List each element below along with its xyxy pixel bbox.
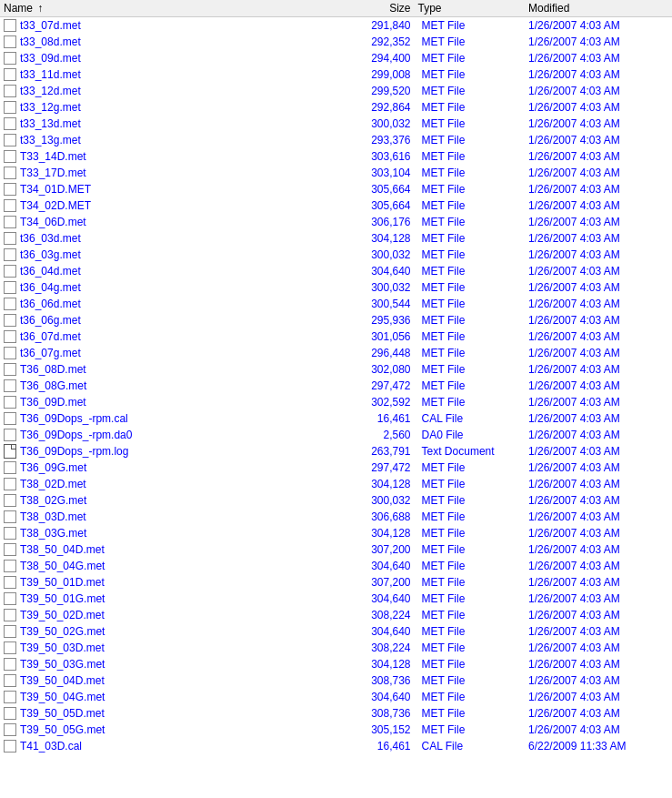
table-row[interactable]: T39_50_03G.met304,128MET File1/26/2007 4… — [0, 656, 672, 672]
file-name-cell[interactable]: T36_08D.met — [0, 361, 341, 378]
table-row[interactable]: T38_50_04G.met304,640MET File1/26/2007 4… — [0, 558, 672, 574]
table-row[interactable]: t33_11d.met299,008MET File1/26/2007 4:03… — [0, 66, 672, 83]
file-name-cell[interactable]: T39_50_03D.met — [0, 640, 341, 656]
file-modified-cell: 1/26/2007 4:03 AM — [525, 722, 672, 738]
table-row[interactable]: t33_09d.met294,400MET File1/26/2007 4:03… — [0, 50, 672, 66]
file-name-cell[interactable]: T36_09G.met — [0, 460, 341, 476]
modified-column-header[interactable]: Modified — [525, 0, 672, 17]
file-size-cell: 295,936 — [341, 312, 415, 328]
table-row[interactable]: T36_09Dops_-rpm.cal16,461CAL File1/26/20… — [0, 410, 672, 427]
table-row[interactable]: t36_06g.met295,936MET File1/26/2007 4:03… — [0, 312, 672, 328]
table-row[interactable]: t33_12d.met299,520MET File1/26/2007 4:03… — [0, 83, 672, 99]
file-name-cell[interactable]: T36_09Dops_-rpm.da0 — [0, 427, 341, 443]
table-row[interactable]: T39_50_02G.met304,640MET File1/26/2007 4… — [0, 623, 672, 640]
file-icon — [4, 379, 16, 392]
table-row[interactable]: T34_06D.met306,176MET File1/26/2007 4:03… — [0, 214, 672, 230]
table-row[interactable]: T34_02D.MET305,664MET File1/26/2007 4:03… — [0, 197, 672, 214]
file-name-cell[interactable]: T34_06D.met — [0, 214, 341, 230]
file-name-cell[interactable]: t33_11d.met — [0, 66, 341, 83]
table-row[interactable]: T38_02G.met300,032MET File1/26/2007 4:03… — [0, 492, 672, 509]
file-name-cell[interactable]: t36_06d.met — [0, 296, 341, 312]
file-name-cell[interactable]: T39_50_05G.met — [0, 722, 341, 738]
file-name-cell[interactable]: T39_50_04D.met — [0, 672, 341, 689]
file-name-cell[interactable]: t33_13d.met — [0, 116, 341, 132]
file-name-cell[interactable]: T36_09Dops_-rpm.cal — [0, 410, 341, 427]
file-name-cell[interactable]: t36_07d.met — [0, 328, 341, 345]
table-row[interactable]: t36_06d.met300,544MET File1/26/2007 4:03… — [0, 296, 672, 312]
file-name-cell[interactable]: t33_07d.met — [0, 17, 341, 34]
table-row[interactable]: T36_08G.met297,472MET File1/26/2007 4:03… — [0, 378, 672, 394]
table-row[interactable]: t33_07d.met291,840MET File1/26/2007 4:03… — [0, 17, 672, 34]
table-row[interactable]: T36_09Dops_-rpm.da02,560DA0 File1/26/200… — [0, 427, 672, 443]
name-column-header[interactable]: Name ↑ — [0, 0, 341, 17]
file-name-cell[interactable]: T34_02D.MET — [0, 197, 341, 214]
file-name-cell[interactable]: t36_03d.met — [0, 230, 341, 247]
file-name-cell[interactable]: T39_50_05D.met — [0, 705, 341, 722]
table-row[interactable]: T38_03G.met304,128MET File1/26/2007 4:03… — [0, 525, 672, 541]
file-name-cell[interactable]: T38_02G.met — [0, 492, 341, 509]
table-row[interactable]: T36_09Dops_-rpm.log263,791Text Document1… — [0, 443, 672, 460]
file-name-cell[interactable]: t36_07g.met — [0, 345, 341, 361]
size-column-header[interactable]: Size — [341, 0, 415, 17]
table-row[interactable]: T39_50_04G.met304,640MET File1/26/2007 4… — [0, 689, 672, 705]
table-row[interactable]: T33_17D.met303,104MET File1/26/2007 4:03… — [0, 165, 672, 181]
file-name-cell[interactable]: t33_09d.met — [0, 50, 341, 66]
file-name-cell[interactable]: t33_12g.met — [0, 99, 341, 116]
table-row[interactable]: T39_50_01G.met304,640MET File1/26/2007 4… — [0, 591, 672, 607]
file-list-container[interactable]: Name ↑ Size Type Modified t33_07d.met291… — [0, 0, 672, 798]
table-row[interactable]: T39_50_02D.met308,224MET File1/26/2007 4… — [0, 607, 672, 623]
file-name-cell[interactable]: T36_08G.met — [0, 378, 341, 394]
file-name-cell[interactable]: t33_12d.met — [0, 83, 341, 99]
file-name-cell[interactable]: t33_08d.met — [0, 34, 341, 50]
table-row[interactable]: T36_09D.met302,592MET File1/26/2007 4:03… — [0, 394, 672, 410]
table-row[interactable]: T38_50_04D.met307,200MET File1/26/2007 4… — [0, 541, 672, 558]
file-name-cell[interactable]: T41_03D.cal — [0, 738, 341, 754]
file-name-label: T39_50_01D.met — [20, 576, 105, 589]
file-name-cell[interactable]: T39_50_02G.met — [0, 623, 341, 640]
file-name-cell[interactable]: t36_04d.met — [0, 263, 341, 279]
file-name-cell[interactable]: T34_01D.MET — [0, 181, 341, 197]
table-row[interactable]: T39_50_04D.met308,736MET File1/26/2007 4… — [0, 672, 672, 689]
table-row[interactable]: T39_50_05G.met305,152MET File1/26/2007 4… — [0, 722, 672, 738]
file-modified-cell: 1/26/2007 4:03 AM — [525, 263, 672, 279]
table-row[interactable]: t36_03d.met304,128MET File1/26/2007 4:03… — [0, 230, 672, 247]
table-row[interactable]: T38_02D.met304,128MET File1/26/2007 4:03… — [0, 476, 672, 492]
file-name-cell[interactable]: t36_03g.met — [0, 247, 341, 263]
table-row[interactable]: t36_07g.met296,448MET File1/26/2007 4:03… — [0, 345, 672, 361]
file-name-cell[interactable]: T39_50_01D.met — [0, 574, 341, 591]
table-row[interactable]: T36_09G.met297,472MET File1/26/2007 4:03… — [0, 460, 672, 476]
table-row[interactable]: t36_04d.met304,640MET File1/26/2007 4:03… — [0, 263, 672, 279]
table-row[interactable]: T33_14D.met303,616MET File1/26/2007 4:03… — [0, 148, 672, 165]
table-row[interactable]: t33_13d.met300,032MET File1/26/2007 4:03… — [0, 116, 672, 132]
type-column-header[interactable]: Type — [415, 0, 525, 17]
table-row[interactable]: t36_07d.met301,056MET File1/26/2007 4:03… — [0, 328, 672, 345]
table-row[interactable]: T41_03D.cal16,461CAL File6/22/2009 11:33… — [0, 738, 672, 754]
file-name-cell[interactable]: t36_06g.met — [0, 312, 341, 328]
file-name-cell[interactable]: T33_17D.met — [0, 165, 341, 181]
file-name-cell[interactable]: t33_13g.met — [0, 132, 341, 148]
file-name-cell[interactable]: T38_50_04D.met — [0, 541, 341, 558]
table-row[interactable]: T39_50_01D.met307,200MET File1/26/2007 4… — [0, 574, 672, 591]
file-name-cell[interactable]: T39_50_02D.met — [0, 607, 341, 623]
table-row[interactable]: T39_50_05D.met308,736MET File1/26/2007 4… — [0, 705, 672, 722]
table-row[interactable]: T34_01D.MET305,664MET File1/26/2007 4:03… — [0, 181, 672, 197]
file-name-cell[interactable]: T36_09Dops_-rpm.log — [0, 443, 341, 460]
table-row[interactable]: t33_08d.met292,352MET File1/26/2007 4:03… — [0, 34, 672, 50]
file-name-cell[interactable]: T38_03G.met — [0, 525, 341, 541]
table-row[interactable]: T38_03D.met306,688MET File1/26/2007 4:03… — [0, 509, 672, 525]
table-row[interactable]: t33_12g.met292,864MET File1/26/2007 4:03… — [0, 99, 672, 116]
file-name-cell[interactable]: T33_14D.met — [0, 148, 341, 165]
file-name-cell[interactable]: T38_02D.met — [0, 476, 341, 492]
table-row[interactable]: t36_04g.met300,032MET File1/26/2007 4:03… — [0, 279, 672, 296]
file-name-cell[interactable]: t36_04g.met — [0, 279, 341, 296]
file-name-cell[interactable]: T38_50_04G.met — [0, 558, 341, 574]
file-name-cell[interactable]: T39_50_03G.met — [0, 656, 341, 672]
file-name-cell[interactable]: T36_09D.met — [0, 394, 341, 410]
file-name-cell[interactable]: T38_03D.met — [0, 509, 341, 525]
table-row[interactable]: T39_50_03D.met308,224MET File1/26/2007 4… — [0, 640, 672, 656]
file-name-cell[interactable]: T39_50_04G.met — [0, 689, 341, 705]
table-row[interactable]: t36_03g.met300,032MET File1/26/2007 4:03… — [0, 247, 672, 263]
table-row[interactable]: T36_08D.met302,080MET File1/26/2007 4:03… — [0, 361, 672, 378]
table-row[interactable]: t33_13g.met293,376MET File1/26/2007 4:03… — [0, 132, 672, 148]
file-name-cell[interactable]: T39_50_01G.met — [0, 591, 341, 607]
